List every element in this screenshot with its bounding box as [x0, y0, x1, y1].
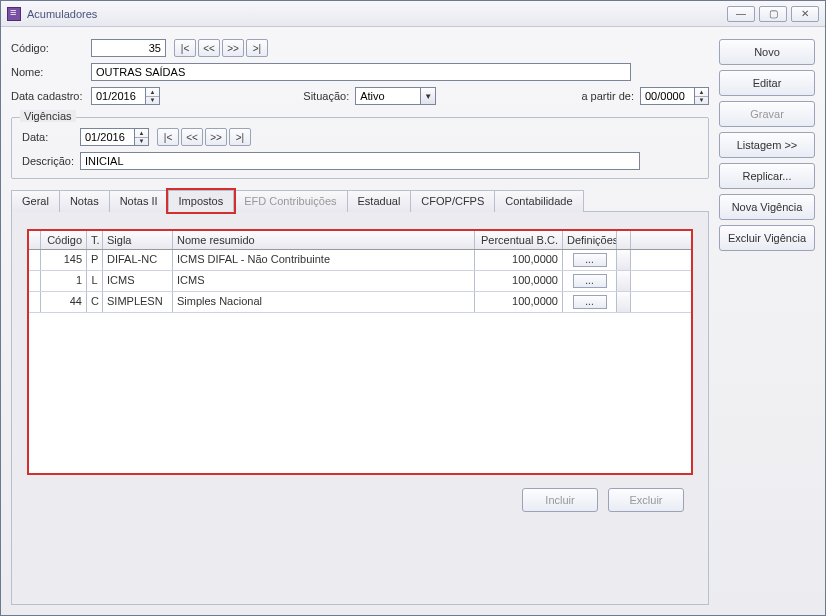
nome-input[interactable] — [91, 63, 631, 81]
vigencias-legend: Vigências — [20, 110, 76, 122]
data-cadastro-input[interactable] — [91, 87, 146, 105]
tab-geral[interactable]: Geral — [11, 190, 60, 212]
editar-button[interactable]: Editar — [719, 70, 815, 96]
vig-desc-label: Descrição: — [22, 155, 80, 167]
vig-nav-prev[interactable]: << — [181, 128, 203, 146]
nav-last-button[interactable]: >| — [246, 39, 268, 57]
window-title: Acumuladores — [27, 8, 97, 20]
hdr-t[interactable]: T. — [87, 231, 103, 249]
tab-contabilidade[interactable]: Contabilidade — [494, 190, 583, 212]
codigo-input[interactable] — [91, 39, 166, 57]
gravar-button: Gravar — [719, 101, 815, 127]
hdr-sigla[interactable]: Sigla — [103, 231, 173, 249]
codigo-label: Código: — [11, 42, 91, 54]
apartir-input[interactable] — [640, 87, 695, 105]
table-row[interactable]: 44CSIMPLESNSimples Nacional100,0000... — [29, 292, 691, 313]
situacao-select[interactable]: ▼ — [355, 87, 436, 105]
close-button[interactable]: ✕ — [791, 6, 819, 22]
tab-notas2[interactable]: Notas II — [109, 190, 169, 212]
app-window: Acumuladores — ▢ ✕ Código: |< << >> >| — [0, 0, 826, 616]
definicoes-button[interactable]: ... — [573, 253, 607, 267]
minimize-button[interactable]: — — [727, 6, 755, 22]
hdr-codigo[interactable]: Código — [41, 231, 87, 249]
hdr-def[interactable]: Definições — [563, 231, 617, 249]
nova-vigencia-button[interactable]: Nova Vigência — [719, 194, 815, 220]
app-icon — [7, 7, 21, 21]
vig-nav-last[interactable]: >| — [229, 128, 251, 146]
vig-data-label: Data: — [22, 131, 80, 143]
situacao-value[interactable] — [355, 87, 420, 105]
novo-button[interactable]: Novo — [719, 39, 815, 65]
nav-prev-button[interactable]: << — [198, 39, 220, 57]
hdr-pct[interactable]: Percentual B.C. — [475, 231, 563, 249]
nav-next-button[interactable]: >> — [222, 39, 244, 57]
data-cadastro-spinner[interactable]: ▲▼ — [146, 87, 160, 105]
data-cadastro-label: Data cadastro: — [11, 90, 91, 102]
tab-notas[interactable]: Notas — [59, 190, 110, 212]
chevron-down-icon[interactable]: ▼ — [420, 87, 436, 105]
excluir-vigencia-button[interactable]: Excluir Vigência — [719, 225, 815, 251]
excluir-button[interactable]: Excluir — [608, 488, 684, 512]
table-row[interactable]: 1LICMSICMS100,0000... — [29, 271, 691, 292]
listagem-button[interactable]: Listagem >> — [719, 132, 815, 158]
nav-first-button[interactable]: |< — [174, 39, 196, 57]
vig-nav-next[interactable]: >> — [205, 128, 227, 146]
hdr-nome[interactable]: Nome resumido — [173, 231, 475, 249]
nome-label: Nome: — [11, 66, 91, 78]
maximize-button[interactable]: ▢ — [759, 6, 787, 22]
situacao-label: Situação: — [299, 90, 355, 102]
vigencias-group: Vigências Data: ▲▼ |< << >> >| Descrição… — [11, 117, 709, 179]
definicoes-button[interactable]: ... — [573, 295, 607, 309]
vig-data-input[interactable] — [80, 128, 135, 146]
tab-bar: Geral Notas Notas II Impostos EFD Contri… — [11, 189, 709, 212]
replicar-button[interactable]: Replicar... — [719, 163, 815, 189]
incluir-button[interactable]: Incluir — [522, 488, 598, 512]
apartir-spinner[interactable]: ▲▼ — [695, 87, 709, 105]
vig-data-spinner[interactable]: ▲▼ — [135, 128, 149, 146]
impostos-grid[interactable]: Código T. Sigla Nome resumido Percentual… — [28, 230, 692, 474]
vig-nav-first[interactable]: |< — [157, 128, 179, 146]
tab-pane-impostos: Código T. Sigla Nome resumido Percentual… — [11, 212, 709, 605]
tab-impostos[interactable]: Impostos — [168, 190, 235, 212]
definicoes-button[interactable]: ... — [573, 274, 607, 288]
tab-cfop[interactable]: CFOP/CFPS — [410, 190, 495, 212]
table-row[interactable]: 145PDIFAL-NCICMS DIFAL - Não Contribuint… — [29, 250, 691, 271]
apartir-label: a partir de: — [575, 90, 640, 102]
tab-estadual[interactable]: Estadual — [347, 190, 412, 212]
titlebar: Acumuladores — ▢ ✕ — [1, 1, 825, 27]
tab-efd: EFD Contribuições — [233, 190, 347, 212]
grid-header: Código T. Sigla Nome resumido Percentual… — [29, 231, 691, 250]
vig-desc-input[interactable] — [80, 152, 640, 170]
